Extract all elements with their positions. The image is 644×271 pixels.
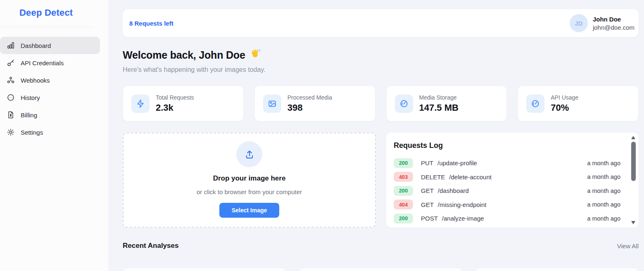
waving-hand-emoji-icon	[250, 48, 261, 62]
stat-value: 398	[288, 102, 332, 113]
timestamp: a month ago	[587, 174, 620, 180]
status-badge: 403	[394, 172, 413, 182]
stat-text: Media Storage 147.5 MB	[419, 94, 459, 113]
dropzone-title: Drop your image here	[213, 174, 286, 183]
key-icon	[6, 59, 15, 67]
billing-icon	[6, 111, 15, 119]
upload-icon	[236, 141, 262, 167]
endpoint-path: /missing-endpoint	[438, 201, 487, 208]
dropzone-subtitle: or click to browser from your computer	[197, 188, 302, 195]
view-all-link[interactable]: View All	[617, 242, 639, 250]
sidebar-item-label: Dashboard	[21, 42, 51, 49]
http-method: GET	[421, 201, 434, 208]
requests-log-title: Requests Log	[394, 141, 620, 150]
sidebar-item-api-credentials[interactable]: API Credentials	[0, 54, 100, 71]
stat-text: API Usage 70%	[551, 94, 578, 113]
sidebar-item-billing[interactable]: Billing	[0, 106, 100, 124]
log-row: 404 GET /missing-endpoint a month ago	[394, 198, 620, 212]
top-bar: 8 Requests left JD John Doe john@doe.com	[123, 9, 639, 37]
stat-text: Processed Media 398	[288, 94, 332, 113]
user-email: john@doe.com	[593, 24, 634, 31]
history-icon	[6, 93, 15, 102]
stat-label: Total Requests	[156, 94, 194, 101]
analysis-card	[475, 268, 639, 271]
welcome-text: Welcome back, John Doe	[123, 49, 245, 61]
gear-icon	[6, 128, 15, 137]
gauge-icon	[395, 95, 413, 113]
sidebar-item-history[interactable]: History	[0, 89, 100, 106]
stat-value: 147.5 MB	[419, 102, 459, 113]
image-dropzone[interactable]: Drop your image here or click to browser…	[123, 133, 376, 228]
log-row: 403 DELETE /delete-account a month ago	[394, 170, 620, 184]
sidebar-item-settings[interactable]: Settings	[0, 124, 100, 141]
http-method: PUT	[421, 159, 433, 166]
main-content: 8 Requests left JD John Doe john@doe.com…	[108, 0, 644, 271]
http-method: GET	[421, 187, 434, 194]
stat-value: 70%	[551, 102, 578, 113]
recent-analyses-header: Recent Analyses View All	[123, 242, 639, 250]
sidebar-item-label: Webhooks	[21, 77, 50, 84]
stat-card-processed-media: Processed Media 398	[254, 86, 375, 121]
stat-label: Media Storage	[419, 94, 459, 101]
endpoint-path: /update-profile	[437, 159, 477, 166]
stat-label: Processed Media	[288, 94, 332, 101]
app-window: Deep Detect Dashboard	[0, 0, 644, 271]
requests-log-list: 200 PUT /update-profile a month ago 403 …	[394, 156, 620, 226]
log-row: 200 POST /analyze-image a month ago	[394, 212, 620, 226]
welcome-section: Welcome back, John Doe Here's what's hap…	[123, 48, 639, 74]
endpoint-path: /dashboard	[438, 187, 469, 194]
image-icon	[263, 95, 281, 113]
stat-value: 2.3k	[156, 102, 194, 113]
timestamp: a month ago	[587, 215, 620, 222]
avatar: JD	[570, 14, 588, 32]
sidebar-divider	[0, 27, 93, 27]
sidebar-item-dashboard[interactable]: Dashboard	[0, 37, 100, 54]
requests-left-badge: 8 Requests left	[129, 20, 173, 27]
http-method: DELETE	[421, 174, 445, 181]
zap-icon	[131, 95, 150, 113]
sidebar-item-label: Settings	[21, 129, 43, 136]
log-row: 200 GET /dashboard a month ago	[394, 184, 620, 198]
select-image-button[interactable]: Select Image	[219, 203, 280, 218]
sidebar-item-label: Billing	[21, 112, 37, 119]
user-name: John Doe	[593, 16, 634, 23]
scroll-down-icon[interactable]	[631, 221, 635, 224]
stat-card-media-storage: Media Storage 147.5 MB	[386, 86, 507, 121]
sidebar-nav: Dashboard API Credentials	[0, 37, 108, 141]
app-logo: Deep Detect	[19, 7, 108, 18]
stat-card-total-requests: Total Requests 2.3k	[123, 86, 244, 121]
status-badge: 200	[394, 186, 413, 196]
analysis-card	[299, 268, 462, 271]
user-info: John Doe john@doe.com	[593, 16, 634, 31]
bar-chart-icon	[6, 41, 15, 50]
status-badge: 200	[394, 158, 413, 168]
sidebar-item-label: API Credentials	[21, 59, 64, 67]
timestamp: a month ago	[587, 188, 620, 194]
scrollbar-thumb[interactable]	[631, 142, 636, 181]
requests-log-panel: Requests Log 200 PUT /update-profile a m…	[386, 133, 639, 228]
scroll-up-icon[interactable]	[631, 136, 635, 139]
sidebar-item-label: History	[21, 94, 40, 101]
endpoint-path: /analyze-image	[442, 215, 484, 222]
page-title: Welcome back, John Doe	[123, 48, 639, 62]
status-badge: 404	[394, 200, 413, 209]
recent-analyses-grid	[123, 268, 639, 271]
endpoint-path: /delete-account	[449, 174, 492, 181]
stat-text: Total Requests 2.3k	[156, 94, 194, 113]
stats-row: Total Requests 2.3k Processed Media 398	[123, 86, 639, 121]
timestamp: a month ago	[587, 201, 620, 208]
gauge-icon	[526, 95, 544, 113]
analysis-card	[123, 268, 286, 271]
webhook-icon	[6, 76, 15, 85]
sidebar-item-webhooks[interactable]: Webhooks	[0, 71, 100, 89]
user-menu[interactable]: JD John Doe john@doe.com	[570, 14, 634, 32]
welcome-subtitle: Here's what's happening with your images…	[123, 66, 639, 74]
recent-analyses-title: Recent Analyses	[123, 242, 178, 250]
status-badge: 200	[394, 214, 413, 223]
timestamp: a month ago	[587, 160, 620, 166]
middle-row: Drop your image here or click to browser…	[123, 133, 639, 228]
http-method: POST	[421, 215, 438, 222]
log-scrollbar[interactable]	[631, 135, 636, 225]
stat-card-api-usage: API Usage 70%	[518, 86, 639, 121]
sidebar: Deep Detect Dashboard	[0, 0, 108, 271]
